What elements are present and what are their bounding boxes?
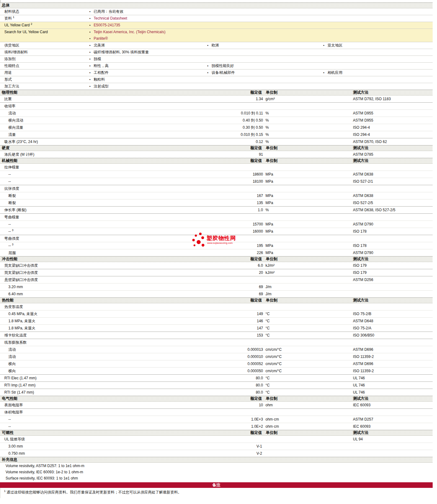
link-text[interactable]: Teijin Kasei America, Inc. (Teijin Chemi… — [94, 30, 165, 34]
link-text[interactable]: Panlite® — [94, 36, 108, 41]
general-row: UL Yellow Card 2•E50075-241735 — [0, 22, 433, 29]
general-row-label: 添加剂 — [4, 56, 16, 62]
column-header-unit: 单位制 — [266, 298, 278, 303]
general-row: 填料/增强材料•碳纤维增强材料, 30% 填料按重量 — [0, 49, 433, 56]
bullet-icon: • — [207, 69, 212, 76]
notes-banner: 备注 — [0, 482, 433, 488]
row-unit: cm/cm/°C — [265, 368, 282, 374]
general-row-line: UL Yellow Card 2•E50075-241735 — [0, 22, 433, 29]
general-row-line: 加工方法•注射成型 — [0, 83, 433, 90]
link-item[interactable]: •E50075-241735 — [89, 22, 120, 29]
row-value: 0.12 — [186, 138, 263, 145]
bullet-icon: • — [89, 29, 94, 35]
property-section: 硬度额定值单位制测试方法洛氏硬度 (M 计秤)91ASTM D785 — [0, 145, 433, 158]
section-header: 硬度额定值单位制测试方法 — [0, 145, 433, 151]
property-row: 横向0.000050cm/cm/°CISO 11359-2 — [0, 367, 433, 374]
link-text[interactable]: Technical Datasheet — [94, 16, 127, 20]
column-header-unit: 单位制 — [266, 145, 278, 151]
bullet-icon: • — [207, 63, 212, 69]
row-unit: cm/cm/°C — [265, 346, 282, 353]
section-title: 硬度 — [2, 145, 10, 151]
general-row-line: 材料状态•已商用：当前有效 — [0, 8, 433, 15]
row-test-method: ASTM D955 — [353, 110, 373, 117]
section-title: 电气性能 — [2, 396, 17, 401]
row-test-method: ASTM D785 — [353, 151, 373, 158]
row-value: 0.000050 — [186, 368, 263, 374]
bullet-item: •相机应用 — [323, 69, 342, 76]
label-superscript: 3 — [12, 243, 13, 246]
link-item[interactable]: •Panlite® — [89, 35, 108, 42]
row-value: 0.000013 — [186, 346, 263, 353]
row-unit: MPa — [265, 242, 273, 249]
row-test-method: ISO 294-4 — [353, 124, 370, 131]
column-header-method: 测试方法 — [353, 256, 368, 262]
label-superscript: 3 — [12, 229, 13, 232]
row-value: 91 — [186, 151, 263, 158]
row-value: 195 — [186, 242, 263, 249]
bullet-icon: • — [89, 63, 94, 69]
row-label: -- — [8, 171, 11, 178]
row-test-method: ISO 75-2/A — [353, 325, 371, 332]
section-title: 物理性能 — [2, 90, 17, 95]
row-label: 弯曲模量 — [4, 214, 19, 221]
row-value: 147 — [186, 325, 263, 332]
row-unit: % — [265, 131, 269, 138]
property-row: 横向流动0.40 到 0.50%ASTM D955 — [0, 117, 433, 124]
row-unit: kJ/m² — [265, 262, 274, 269]
property-row: 收缩率 — [0, 102, 433, 109]
row-test-method: ASTM D696 — [353, 360, 373, 367]
general-row-line: 资料 1•Technical Datasheet — [0, 15, 433, 22]
property-row: 流动0.000010cm/cm/°CISO 11359-2 — [0, 353, 433, 360]
link-text[interactable]: E50075-241735 — [94, 23, 120, 27]
row-value: 0.000010 — [186, 353, 263, 360]
row-unit: °C — [265, 325, 270, 332]
row-label: 0.750 mm — [8, 450, 25, 457]
general-row: 材料状态•已商用：当前有效 — [0, 8, 433, 15]
property-row: 屈服226MPaASTM D790 — [0, 249, 433, 256]
supplemental-line: Volume resistivity, IEC 60093: 1e-2 to 1… — [0, 469, 433, 475]
column-header-method: 测试方法 — [353, 430, 368, 435]
link-item[interactable]: •Technical Datasheet — [89, 15, 127, 22]
property-row: 表面电阻率10ohmIEC 60093 — [0, 402, 433, 408]
property-row: --18600MPaASTM D638 — [0, 171, 433, 178]
general-row: 形式•颗粒料 — [0, 76, 433, 83]
column-header-method: 测试方法 — [353, 158, 368, 163]
bullet-icon: • — [89, 76, 94, 83]
section-header: 冲击性能额定值单位制测试方法 — [0, 256, 433, 262]
link-item[interactable]: •Teijin Kasei America, Inc. (Teijin Chem… — [89, 29, 165, 35]
row-unit: g/cm³ — [265, 96, 275, 102]
property-row: 悬壁梁缺口冲击强度ASTM D256 — [0, 276, 433, 283]
property-row: 拉伸模量 — [0, 164, 433, 171]
section-title: 冲击性能 — [2, 256, 17, 262]
general-row-label: 性能特点 — [4, 63, 19, 69]
row-label: 横向 — [8, 368, 16, 374]
row-value: 80.0 — [186, 382, 263, 389]
row-label: 1.8 MPa, 未退火 — [8, 318, 35, 324]
row-unit: MPa — [265, 171, 273, 178]
property-row: 弯曲模量 — [0, 213, 433, 221]
section-title: 机械性能 — [2, 158, 17, 163]
property-row: UL 阻燃等级UL 94 — [0, 436, 433, 443]
property-row: 吸水率 (23°C, 24 hr)0.12%ASTM D570, ISO 62 — [0, 138, 433, 145]
bullet-icon: • — [89, 22, 94, 29]
bullet-item: •北美洲 — [89, 42, 105, 49]
column-header-value: 额定值 — [250, 158, 262, 163]
row-unit: % — [265, 207, 269, 213]
label-superscript: 2 — [31, 22, 32, 25]
footnote-superscript: 1 — [4, 489, 6, 493]
section-header: 电气性能额定值单位制测试方法 — [0, 396, 433, 402]
row-unit: J/m — [265, 283, 271, 290]
property-section: 冲击性能额定值单位制测试方法简支梁缺口冲击强度6.0kJ/m²ISO 179简支… — [0, 256, 433, 297]
row-value: 15700 — [186, 221, 263, 228]
property-row: 流动0.000013cm/cm/°CASTM D696 — [0, 346, 433, 353]
bullet-item: •已商用：当前有效 — [89, 8, 123, 15]
property-row: 伸长率 (断裂)1.0%ASTM D638, ISO 527-2/5 — [0, 206, 433, 213]
row-test-method: UL 746 — [353, 382, 365, 389]
row-value: 167 — [186, 192, 263, 199]
top-strip — [0, 0, 1, 2]
row-test-method: ASTM D638 — [353, 171, 373, 178]
property-row: 3.00 mmV-1 — [0, 443, 433, 450]
general-row-line: Search for UL Yellow Card•Teijin Kasei A… — [0, 29, 433, 35]
row-value: 18100 — [186, 178, 263, 185]
column-header-value: 额定值 — [250, 145, 262, 151]
